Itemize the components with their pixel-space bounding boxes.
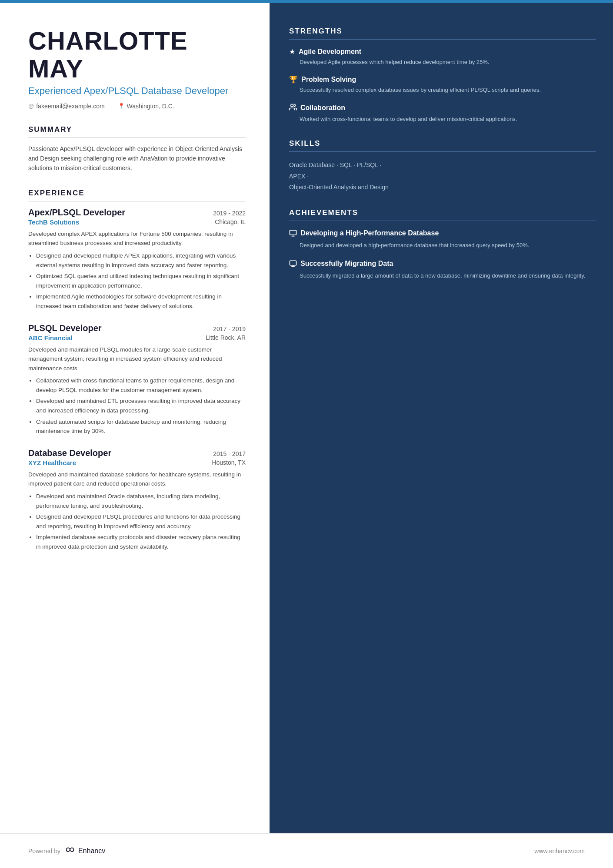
job-1-dates: 2019 - 2022 [213, 210, 246, 217]
email-text: fakeemail@example.com [36, 103, 104, 110]
enhancv-logo: Enhancv [64, 845, 105, 856]
svg-rect-1 [290, 230, 297, 235]
job-3-bullet-2: Designed and developed PLSQL procedures … [36, 512, 246, 531]
job-1-location: Chicago, IL [215, 218, 246, 226]
trophy-icon: 🏆 [289, 75, 298, 84]
location-item: 📍 Washington, D.C. [118, 103, 174, 110]
enhancv-name: Enhancv [78, 847, 105, 855]
achievement-2-icon [289, 260, 297, 269]
name-section: CHARLOTTE MAY Experienced Apex/PLSQL Dat… [28, 27, 246, 110]
job-3-sub: XYZ Healthcare Houston, TX [28, 459, 246, 466]
location-icon: 📍 [118, 103, 125, 109]
skills-text: Oracle Database · SQL · PL/SQL · APEX · … [289, 160, 596, 193]
skills-line-2: APEX · [289, 171, 596, 182]
job-1-title: Apex/PLSQL Developer [28, 208, 125, 218]
email-icon: @ [28, 103, 34, 109]
achievement-2-desc: Successfully migrated a large amount of … [289, 271, 596, 280]
strength-2: 🏆 Problem Solving Successfully resolved … [289, 75, 596, 94]
achievement-1-desc: Designed and developed a high-performanc… [289, 241, 596, 250]
job-2: PLSQL Developer 2017 - 2019 ABC Financia… [28, 323, 246, 436]
experience-section: EXPERIENCE Apex/PLSQL Developer 2019 - 2… [28, 189, 246, 552]
skills-line-1: Oracle Database · SQL · PL/SQL · [289, 160, 596, 171]
job-1-desc: Developed complex APEX applications for … [28, 229, 246, 248]
experience-title: EXPERIENCE [28, 189, 246, 201]
strength-3: Collaboration Worked with cross-function… [289, 103, 596, 124]
job-3-title: Database Developer [28, 448, 111, 458]
svg-point-0 [291, 104, 293, 107]
job-2-bullet-2: Developed and maintained ETL processes r… [36, 396, 246, 415]
location-text: Washington, D.C. [127, 103, 174, 110]
job-2-bullet-3: Created automated scripts for database b… [36, 417, 246, 436]
job-2-company: ABC Financial [28, 334, 73, 342]
achievement-1-name: Developing a High-Performance Database [300, 229, 439, 238]
strength-2-name: Problem Solving [301, 76, 356, 84]
skills-section: SKILLS Oracle Database · SQL · PL/SQL · … [289, 139, 596, 193]
strength-1: ★ Agile Development Developed Agile proc… [289, 47, 596, 67]
job-3-bullets: Developed and maintained Oracle database… [28, 492, 246, 552]
top-bar [0, 0, 613, 3]
skills-line-3: Object-Oriented Analysis and Design [289, 182, 596, 193]
job-3-header: Database Developer 2015 - 2017 [28, 448, 246, 458]
summary-section: SUMMARY Passionate Apex/PLSQL developer … [28, 125, 246, 173]
job-1-bullet-2: Optimized SQL queries and utilized index… [36, 271, 246, 290]
strength-1-desc: Developed Agile processes which helped r… [289, 58, 596, 67]
achievement-1-header: Developing a High-Performance Database [289, 229, 596, 239]
strength-1-name: Agile Development [299, 48, 361, 56]
job-2-bullet-1: Collaborated with cross-functional teams… [36, 376, 246, 395]
enhancv-icon [64, 845, 76, 856]
job-2-header: PLSQL Developer 2017 - 2019 [28, 323, 246, 333]
job-3-desc: Developed and maintained database soluti… [28, 470, 246, 489]
job-1-bullet-3: Implemented Agile methodologies for soft… [36, 292, 246, 311]
right-column: STRENGTHS ★ Agile Development Developed … [270, 3, 613, 833]
job-3-dates: 2015 - 2017 [213, 450, 246, 457]
svg-rect-4 [290, 261, 297, 265]
left-column: CHARLOTTE MAY Experienced Apex/PLSQL Dat… [0, 3, 270, 833]
job-3-location: Houston, TX [212, 459, 246, 466]
powered-by-text: Powered by [28, 848, 60, 855]
job-1: Apex/PLSQL Developer 2019 - 2022 TechB S… [28, 208, 246, 311]
summary-title: SUMMARY [28, 125, 246, 138]
job-1-company: TechB Solutions [28, 218, 79, 226]
job-2-location: Little Rock, AR [206, 334, 246, 342]
footer-url: www.enhancv.com [534, 848, 585, 855]
resume-body: CHARLOTTE MAY Experienced Apex/PLSQL Dat… [0, 3, 613, 833]
star-icon: ★ [289, 47, 295, 56]
achievement-2-name: Successfully Migrating Data [300, 259, 393, 268]
achievement-2: Successfully Migrating Data Successfully… [289, 259, 596, 280]
resume-wrapper: CHARLOTTE MAY Experienced Apex/PLSQL Dat… [0, 0, 613, 868]
job-1-header: Apex/PLSQL Developer 2019 - 2022 [28, 208, 246, 218]
job-3-bullet-3: Implemented database security protocols … [36, 533, 246, 551]
candidate-name: CHARLOTTE MAY [28, 27, 246, 83]
achievements-section: ACHIEVEMENTS Developing a High-Performan… [289, 208, 596, 280]
strength-3-desc: Worked with cross-functional teams to de… [289, 115, 596, 124]
job-2-sub: ABC Financial Little Rock, AR [28, 334, 246, 342]
collab-icon [289, 103, 297, 113]
job-1-bullet-1: Designed and developed multiple APEX app… [36, 251, 246, 270]
job-2-desc: Developed and maintained PLSQL modules f… [28, 345, 246, 373]
skills-title: SKILLS [289, 139, 596, 152]
job-2-dates: 2017 - 2019 [213, 325, 246, 332]
summary-text: Passionate Apex/PLSQL developer with exp… [28, 144, 246, 173]
job-3: Database Developer 2015 - 2017 XYZ Healt… [28, 448, 246, 552]
strengths-section: STRENGTHS ★ Agile Development Developed … [289, 27, 596, 124]
footer-left: Powered by Enhancv [28, 845, 105, 856]
achievement-1-icon [289, 229, 297, 239]
job-1-sub: TechB Solutions Chicago, IL [28, 218, 246, 226]
candidate-title: Experienced Apex/PLSQL Database Develope… [28, 85, 246, 97]
strength-2-header: 🏆 Problem Solving [289, 75, 596, 84]
contact-row: @ fakeemail@example.com 📍 Washington, D.… [28, 103, 246, 110]
job-1-bullets: Designed and developed multiple APEX app… [28, 251, 246, 311]
strength-2-desc: Successfully resolved complex database i… [289, 86, 596, 94]
footer: Powered by Enhancv www.enhancv.com [0, 833, 613, 868]
job-2-title: PLSQL Developer [28, 323, 102, 333]
job-3-bullet-1: Developed and maintained Oracle database… [36, 492, 246, 510]
strengths-title: STRENGTHS [289, 27, 596, 40]
job-3-company: XYZ Healthcare [28, 459, 76, 466]
strength-3-header: Collaboration [289, 103, 596, 113]
job-2-bullets: Collaborated with cross-functional teams… [28, 376, 246, 436]
achievements-title: ACHIEVEMENTS [289, 208, 596, 221]
strength-1-header: ★ Agile Development [289, 47, 596, 56]
achievement-2-header: Successfully Migrating Data [289, 259, 596, 269]
strength-3-name: Collaboration [300, 104, 345, 112]
email-item: @ fakeemail@example.com [28, 103, 105, 110]
